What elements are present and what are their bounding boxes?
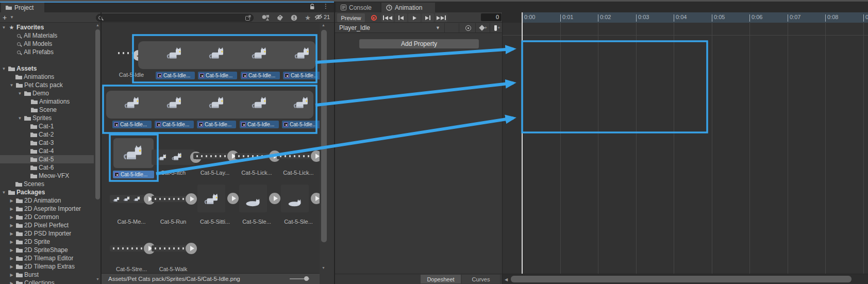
chevron-down-icon[interactable]: ▼ xyxy=(1,190,7,195)
sidebar-item-burst[interactable]: ▶ Burst xyxy=(0,271,94,279)
timeline-ruler[interactable]: 0:00 0:01 0:02 0:03 0:04 0:05 0:06 0:07 … xyxy=(503,12,868,23)
sidebar-item-collections[interactable]: ▶ Collections xyxy=(0,279,94,284)
chevron-right-icon[interactable]: ▶ xyxy=(9,281,14,284)
chevron-right-icon[interactable]: ▶ xyxy=(9,273,14,277)
chevron-right-icon[interactable]: ▶ xyxy=(9,215,14,220)
playhead[interactable] xyxy=(522,12,523,280)
tree-scrollbar-thumb[interactable] xyxy=(95,29,100,199)
sidebar-item-all-materials[interactable]: All Materials xyxy=(0,31,94,40)
sidebar-item-favorites[interactable]: ▼ ★ Favorites xyxy=(0,23,94,31)
frame-number-field[interactable]: 0 xyxy=(481,13,502,21)
chevron-down-icon[interactable]: ▼ xyxy=(1,25,7,30)
chevron-down-icon[interactable]: ▼ xyxy=(17,116,23,121)
next-frame-button[interactable] xyxy=(422,13,434,22)
chevron-right-icon[interactable]: ▶ xyxy=(9,240,14,244)
sidebar-item-cat-6[interactable]: Cat-6 xyxy=(0,163,94,172)
timeline-scrollbar[interactable]: ◀ xyxy=(503,274,868,284)
chevron-down-icon[interactable]: ▼ xyxy=(10,15,14,20)
play-button[interactable] xyxy=(408,13,421,22)
sidebar-item-animations[interactable]: Animations xyxy=(0,73,94,81)
sidebar-item-pet-cats-pack[interactable]: ▼ Pet Cats pack xyxy=(0,81,94,89)
chevron-down-icon[interactable]: ▼ xyxy=(9,83,14,88)
scroll-left-icon[interactable]: ◀ xyxy=(505,277,508,282)
sprite-chip[interactable]: Cat-5-Idle... xyxy=(241,72,280,79)
sidebar-item-all-models[interactable]: All Models xyxy=(0,40,94,48)
kebab-menu-icon[interactable]: ⋮ xyxy=(323,3,329,10)
chevron-down-icon[interactable]: ▼ xyxy=(1,66,7,71)
play-button[interactable] xyxy=(186,243,197,254)
filter-by-type-icon[interactable] xyxy=(261,13,270,22)
search-jump-icon[interactable] xyxy=(245,15,251,21)
sprite-frame-thumbnail[interactable] xyxy=(293,96,309,109)
search-field[interactable] xyxy=(96,14,254,22)
tab-project[interactable]: Project xyxy=(1,3,44,12)
play-button[interactable] xyxy=(311,193,320,204)
previous-frame-button[interactable] xyxy=(395,13,407,22)
grid-scrollbar-thumb[interactable] xyxy=(321,30,327,242)
chevron-down-icon[interactable]: ▼ xyxy=(436,25,440,30)
play-button[interactable] xyxy=(269,193,280,204)
add-property-button[interactable]: Add Property xyxy=(359,39,479,48)
chevron-right-icon[interactable]: ▶ xyxy=(9,256,14,261)
lock-icon[interactable] xyxy=(310,4,315,11)
dopesheet-tab-button[interactable]: Dopesheet xyxy=(421,275,461,283)
clip-dropdown[interactable]: Player_Idle xyxy=(339,24,370,31)
sidebar-item-sprites[interactable]: ▼ Sprites xyxy=(0,114,94,122)
hidden-items-counter[interactable]: 21 xyxy=(314,14,330,20)
sidebar-item-meow-vfx[interactable]: Meow-VFX xyxy=(0,172,94,180)
record-button[interactable] xyxy=(367,13,380,22)
chevron-right-icon[interactable]: ▶ xyxy=(9,207,14,211)
sidebar-item-packages[interactable]: ▼ Packages xyxy=(0,188,94,196)
filter-by-label-icon[interactable] xyxy=(275,13,285,22)
sprite-chip[interactable]: Cat-5-Idle... xyxy=(156,72,195,79)
chevron-right-icon[interactable]: ▶ xyxy=(9,248,14,253)
chevron-right-icon[interactable]: ▶ xyxy=(9,223,14,228)
sidebar-item-cat-2[interactable]: Cat-2 xyxy=(0,130,94,139)
sprite-chip[interactable]: Cat-5-Idle... xyxy=(282,121,320,128)
sidebar-item-scenes[interactable]: Scenes xyxy=(0,180,94,188)
play-button[interactable] xyxy=(227,193,239,204)
sidebar-item-all-prefabs[interactable]: All Prefabs xyxy=(0,48,94,56)
sidebar-item-demo-animations[interactable]: Animations xyxy=(0,97,94,106)
sidebar-item-2d-aseprite-importer[interactable]: ▶ 2D Aseprite Importer xyxy=(0,205,94,213)
sidebar-item-2d-sprite[interactable]: ▶ 2D Sprite xyxy=(0,238,94,246)
sprite-chip[interactable]: Cat-5-Idle... xyxy=(197,121,236,128)
sidebar-item-2d-tilemap-extras[interactable]: ▶ 2D Tilemap Extras xyxy=(0,262,94,271)
sprite-chip[interactable]: Cat-5-Idle... xyxy=(112,121,152,128)
sprite-frame-thumbnail[interactable] xyxy=(252,96,267,109)
sprite-frame-thumbnail[interactable] xyxy=(209,46,224,60)
thumbnail-zoom-slider[interactable] xyxy=(290,278,309,279)
sprite-chip[interactable]: Cat-5-Idle... xyxy=(240,121,279,128)
sidebar-item-assets[interactable]: ▼ Assets xyxy=(0,64,94,73)
sidebar-item-2d-animation[interactable]: ▶ 2D Animation xyxy=(0,196,94,205)
curves-tab-button[interactable]: Curves xyxy=(462,275,500,283)
create-asset-button[interactable]: + xyxy=(3,13,7,22)
timeline-scrollbar-thumb[interactable] xyxy=(511,276,852,282)
sidebar-item-cat-1[interactable]: Cat-1 xyxy=(0,122,94,130)
sprite-chip[interactable]: Cat-5-Idle... xyxy=(155,121,194,128)
sprite-frame-thumbnail[interactable] xyxy=(209,96,224,109)
sprite-frame-thumbnail[interactable] xyxy=(294,46,310,60)
sidebar-item-2d-pixel-perfect[interactable]: ▶ 2D Pixel Perfect xyxy=(0,221,94,229)
last-frame-button[interactable] xyxy=(435,13,447,22)
sprite-chip[interactable]: Cat-5-Idle... xyxy=(198,72,237,79)
sprite-frame-thumbnail[interactable] xyxy=(124,96,140,109)
play-button[interactable] xyxy=(311,151,320,162)
sidebar-item-scene[interactable]: Scene xyxy=(0,106,94,114)
search-input[interactable] xyxy=(102,15,245,21)
chevron-right-icon[interactable]: ▶ xyxy=(9,264,14,269)
slider-knob-icon[interactable] xyxy=(304,276,309,281)
sidebar-item-cat-4[interactable]: Cat-4 xyxy=(0,147,94,155)
sidebar-item-demo[interactable]: ▼ Demo xyxy=(0,89,94,97)
play-button[interactable] xyxy=(186,193,197,205)
sidebar-item-cat-5-selected[interactable]: Cat-5 xyxy=(0,155,94,163)
sidebar-item-2d-common[interactable]: ▶ 2D Common xyxy=(0,213,94,221)
favorite-star-icon[interactable]: ★ xyxy=(303,13,312,22)
chevron-right-icon[interactable]: ▶ xyxy=(9,231,14,236)
chevron-right-icon[interactable]: ▶ xyxy=(9,198,14,203)
filter-by-selection-button[interactable] xyxy=(462,24,474,32)
first-frame-button[interactable] xyxy=(381,13,394,22)
sidebar-item-2d-tilemap-editor[interactable]: ▶ 2D Tilemap Editor xyxy=(0,254,94,262)
tab-console[interactable]: Console xyxy=(336,3,380,12)
preview-button[interactable]: Preview xyxy=(337,13,365,22)
